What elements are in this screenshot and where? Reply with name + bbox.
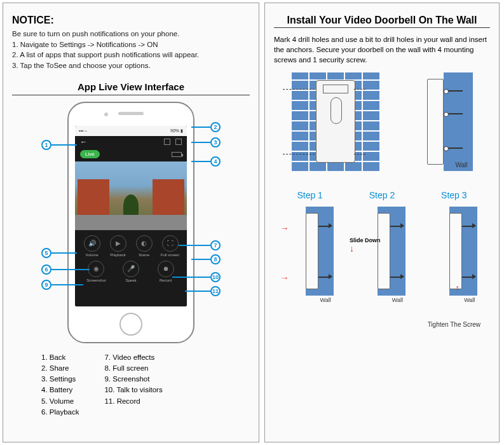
settings-icon — [175, 139, 182, 145]
callout-9: 9 — [41, 280, 51, 290]
callout-2: 2 — [210, 122, 221, 132]
back-icon: ← — [80, 138, 87, 146]
steps-row: Step 1 → → Wall Step 2 Slide Down↓ Wall — [274, 190, 490, 329]
step2-title: Step 2 — [347, 190, 417, 200]
main-install-diagram: Wall — [274, 72, 490, 171]
callout-4: 4 — [210, 156, 221, 167]
callout-10: 10 — [210, 272, 221, 282]
battery-icon — [172, 152, 182, 157]
callout-7: 7 — [210, 240, 221, 250]
install-title: Install Your Video Doorbell On The Wall — [274, 15, 490, 26]
install-text: Mark 4 drill holes and use a bit to dril… — [274, 34, 490, 65]
left-panel: NOTICE: Be sure to turn on push notifica… — [3, 3, 259, 442]
video-preview — [75, 161, 187, 230]
live-badge: Live — [80, 150, 100, 158]
step1-title: Step 1 — [275, 190, 345, 200]
callout-1: 1 — [41, 140, 51, 150]
app-interface-title: App Live View Interface — [12, 81, 250, 92]
phone-diagram: ••• ⏦ 90% ▮ ← Live — [12, 102, 250, 343]
step3-caption: Tighten The Screw — [419, 321, 489, 329]
callout-8: 8 — [210, 254, 221, 264]
step3-title: Step 3 — [419, 190, 489, 200]
share-icon — [164, 139, 170, 145]
phone-outline: ••• ⏦ 90% ▮ ← Live — [67, 102, 194, 343]
callout-5: 5 — [41, 248, 51, 258]
right-panel: Install Your Video Doorbell On The Wall … — [264, 3, 500, 442]
divider — [274, 27, 490, 28]
callout-6: 6 — [41, 264, 51, 275]
notice-heading: NOTICE: — [12, 15, 250, 26]
divider — [12, 95, 250, 95]
home-button-icon — [119, 313, 142, 336]
callout-11: 11 — [210, 286, 221, 296]
callout-3: 3 — [210, 137, 221, 147]
notice-text: Be sure to turn on push notifications on… — [12, 29, 250, 71]
legend: 1. Back 2. Share 3. Settings 4. Battery … — [12, 352, 250, 418]
